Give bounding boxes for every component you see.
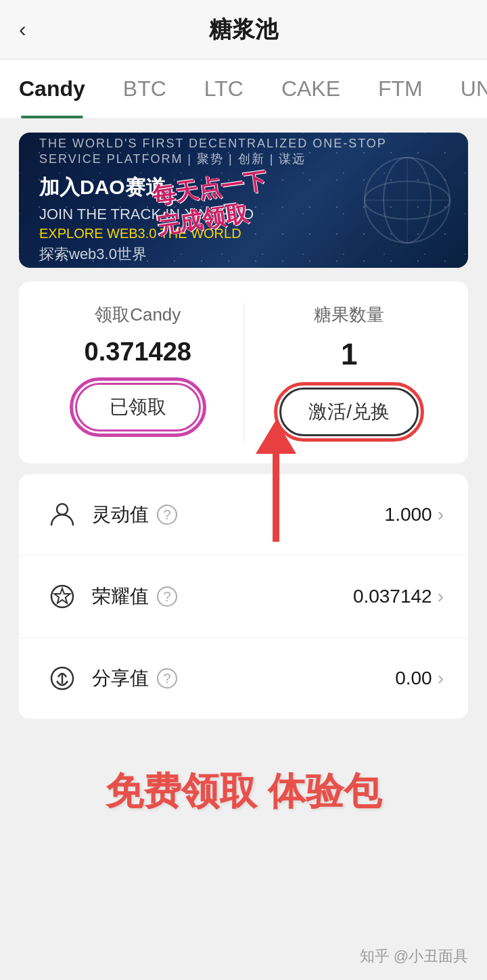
- claimed-button-wrapper: 已领取: [70, 377, 206, 437]
- share-icon: [43, 659, 81, 697]
- sugar-count-label: 糖果数量: [314, 303, 384, 327]
- fenxiang-row[interactable]: 分享值 ? 0.00 ›: [19, 638, 468, 719]
- sugar-count-section: 糖果数量 1 激活/兑换: [258, 303, 442, 442]
- sugar-count-value: 1: [341, 337, 357, 371]
- svg-point-7: [57, 504, 68, 515]
- person-icon: [43, 496, 81, 534]
- lingdong-chevron: ›: [438, 504, 444, 526]
- watermark: 知乎 @小丑面具: [360, 946, 468, 966]
- banner-web3-text: 探索web3.0世界: [39, 244, 448, 264]
- claim-card: 领取Candy 0.371428 已领取 糖果数量 1 激活/兑换: [19, 281, 468, 463]
- fenxiang-name: 分享值 ?: [92, 666, 395, 691]
- bottom-banner-text: 免费领取 体验包: [106, 770, 381, 812]
- claimed-button[interactable]: 已领取: [75, 383, 201, 431]
- promo-banner[interactable]: THE WORLD'S FIRST DECENTRALIZED ONE-STOP…: [19, 133, 468, 268]
- tab-candy[interactable]: Candy: [0, 60, 104, 118]
- tab-uni[interactable]: UNI: [442, 60, 487, 118]
- tabs-bar: Candy BTC LTC CAKE FTM UNI: [0, 60, 487, 119]
- lingdong-value: 1.000 ›: [385, 504, 444, 526]
- tab-cake[interactable]: CAKE: [262, 60, 359, 118]
- header: ‹ 糖浆池: [0, 0, 487, 60]
- banner-content: THE WORLD'S FIRST DECENTRALIZED ONE-STOP…: [19, 133, 468, 268]
- activate-button-wrapper: 激活/兑换: [274, 382, 424, 442]
- claim-divider: [244, 303, 244, 442]
- fenxiang-value: 0.00 ›: [395, 668, 444, 689]
- lingdong-row[interactable]: 灵动值 ? 1.000 ›: [19, 474, 468, 556]
- rongyao-name: 荣耀值 ?: [92, 584, 353, 609]
- banner-tagline: EXPLORE WEB3.0 THE WORLD: [39, 226, 448, 241]
- page-title: 糖浆池: [209, 14, 278, 45]
- lingdong-name: 灵动值 ?: [92, 502, 385, 528]
- rongyao-value: 0.037142 ›: [353, 586, 444, 607]
- rongyao-chevron: ›: [438, 586, 444, 607]
- rongyao-help-icon[interactable]: ?: [157, 586, 177, 607]
- lingdong-help-icon[interactable]: ?: [157, 505, 177, 525]
- bottom-banner: 免费领取 体验包: [19, 746, 468, 838]
- stats-container: 灵动值 ? 1.000 › 荣耀值 ? 0.037142 ›: [19, 474, 468, 719]
- activate-button[interactable]: 激活/兑换: [279, 388, 419, 436]
- svg-marker-9: [55, 588, 70, 603]
- tab-ftm[interactable]: FTM: [359, 60, 442, 118]
- fenxiang-chevron: ›: [438, 668, 444, 689]
- claim-candy-amount: 0.371428: [85, 337, 192, 367]
- fenxiang-help-icon[interactable]: ?: [157, 668, 177, 689]
- candy-claim-section: 领取Candy 0.371428 已领取: [46, 303, 230, 442]
- tab-btc[interactable]: BTC: [104, 60, 185, 118]
- back-button[interactable]: ‹: [19, 17, 26, 42]
- star-badge-icon: [43, 578, 81, 615]
- banner-main-text: 加入DAO赛道: [39, 174, 448, 200]
- banner-sub-text: JOIN THE TRACK IN XINGHUO: [39, 206, 448, 223]
- banner-subtitle: THE WORLD'S FIRST DECENTRALIZED ONE-STOP…: [39, 137, 448, 167]
- claim-candy-label: 领取Candy: [95, 303, 181, 327]
- tab-ltc[interactable]: LTC: [185, 60, 262, 118]
- rongyao-row[interactable]: 荣耀值 ? 0.037142 ›: [19, 556, 468, 638]
